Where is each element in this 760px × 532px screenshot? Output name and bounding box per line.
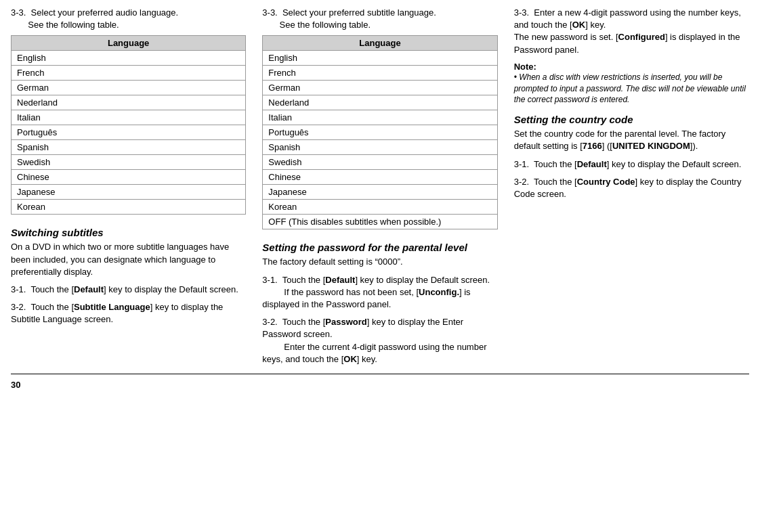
col3-section-title: Setting the country code [514,114,749,125]
col2-step1: 3-1. Touch the [Default] key to display … [262,274,497,311]
table-row: German [263,81,497,95]
table-row: Nederland [263,95,497,110]
page-number: 30 [11,380,20,390]
table-row: English [12,51,246,66]
col1-step1-key: Default [74,284,104,294]
table-row: English [263,51,497,66]
col1-section-intro: On a DVD in which two or more subtitle l… [11,241,246,278]
col3-code-value: 7166 [583,141,602,151]
col2-language-table: Language EnglishFrenchGermanNederlandIta… [262,35,497,229]
table-row: Chinese [12,170,246,185]
table-row: French [263,66,497,81]
table-row: Spanish [263,140,497,155]
col2-section-intro: The factory default setting is “0000”. [262,256,497,268]
col3-step2-key: Country Code [577,177,635,187]
table-row: Korean [12,200,246,215]
table-row: Spanish [12,140,246,155]
col2-step1-sub: If the password has not been set, [Uncon… [262,287,470,309]
table-row: Swedish [12,155,246,170]
col3-ok-key: OK [572,20,586,30]
col3-step33: 3-3. Enter a new 4-digit password using … [514,7,749,56]
col1-language-table: Language EnglishFrenchGermanNederlandIta… [11,35,246,215]
table-row: Japanese [12,185,246,200]
col2-step1-sub-key: Unconfig. [419,287,459,297]
table-row: Italian [12,110,246,125]
col1-step2-key: Subtitle Language [74,302,150,312]
col1-section-title: Switching subtitles [11,227,246,238]
col2-step2: 3-2. Touch the [Password] key to display… [262,316,497,365]
page-container: 3-3. Select your preferred audio languag… [11,7,749,371]
col2-step2-key: Password [325,317,366,327]
table-row: Português [263,125,497,140]
column-1: 3-3. Select your preferred audio languag… [11,7,254,371]
table-row: French [12,66,246,81]
col2-step1-num: 3-1. [262,275,282,285]
col2-step-heading: 3-3. Select your preferred subtitle lang… [262,7,497,31]
col1-step1: 3-1. Touch the [Default] key to display … [11,284,246,296]
col3-step1: 3-1. Touch the [Default] key to display … [514,158,749,171]
table-row: Swedish [263,155,497,170]
table-row: German [12,81,246,95]
table-row: Korean [263,200,497,215]
col2-section-title: Setting the password for the parental le… [262,242,497,253]
col3-note-label: Note: [514,62,749,72]
col3-step1-key: Default [577,159,607,169]
col1-table-header: Language [12,36,246,51]
col3-configured-key: Configured [618,32,665,42]
col1-step2-num: 3-2. [11,302,30,312]
col3-step1-num: 3-1. [514,159,534,169]
table-row: Italian [263,110,497,125]
table-row: Japanese [263,185,497,200]
col2-step2-num: 3-2. [262,317,282,327]
col2-step2-sub: Enter the current 4-digit password using… [262,342,486,364]
col2-step2-sub-key: OK [343,354,357,364]
col3-uk-key: UNITED KINGDOM [612,141,690,151]
col2-step1-key: Default [325,275,355,285]
col3-step2-num: 3-2. [514,177,534,187]
col2-table-header: Language [263,36,497,51]
col3-section-intro: Set the country code for the parental le… [514,128,749,152]
col3-step2: 3-2. Touch the [Country Code] key to dis… [514,176,749,200]
table-row: OFF (This disables subtitles when possib… [263,215,497,229]
col1-step2: 3-2. Touch the [Subtitle Language] key t… [11,301,246,326]
column-2: 3-3. Select your preferred subtitle lang… [254,7,505,371]
col3-note-text: • When a disc with view restrictions is … [514,72,749,106]
col1-step1-num: 3-1. [11,284,30,294]
column-3: 3-3. Enter a new 4-digit password using … [506,7,749,371]
col1-step-heading: 3-3. Select your preferred audio languag… [11,7,246,31]
table-row: Nederland [12,95,246,110]
table-row: Chinese [263,170,497,185]
table-row: Português [12,125,246,140]
bottom-row: 30 [11,374,749,390]
